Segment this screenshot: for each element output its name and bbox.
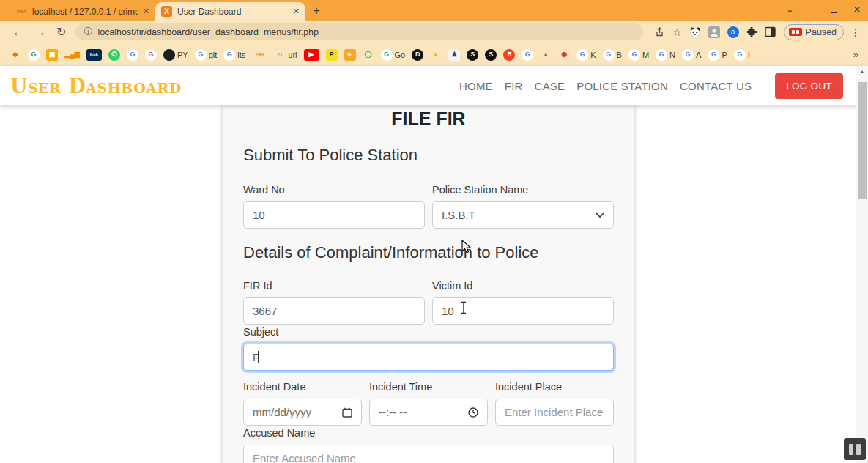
bookmark-ieee-icon[interactable]: IEEE: [86, 49, 102, 61]
panda-extension-icon[interactable]: [689, 26, 701, 38]
time-placeholder: --:-- --: [379, 406, 407, 418]
bookmark-github-icon[interactable]: PY: [163, 49, 188, 61]
scroll-up-icon[interactable]: ▲: [856, 66, 868, 76]
browser-tab-strip: PMA localhost / 127.0.0.1 / crime / acc …: [0, 0, 868, 21]
victim-id-label: Victim Id: [432, 280, 614, 292]
bookmark-google-p-icon[interactable]: GP: [708, 49, 727, 61]
nav-item-home[interactable]: HOME: [459, 80, 493, 92]
tab-phpmyadmin[interactable]: PMA localhost / 127.0.0.1 / crime / acc …: [10, 2, 155, 21]
calendar-icon[interactable]: [342, 407, 352, 418]
nav-item-police-station[interactable]: POLICE STATION: [576, 80, 668, 92]
tab-user-dashboard[interactable]: X User Dashboard ✕: [155, 2, 305, 21]
tab-close-icon[interactable]: ✕: [293, 7, 300, 16]
bookmark-google-its-icon[interactable]: Gits: [223, 49, 245, 61]
address-bar[interactable]: ⓘ localhost/fir/dashboard/user_dashboard…: [75, 23, 643, 40]
page-scrollbar[interactable]: ▲: [856, 66, 868, 463]
bookmark-duck-icon[interactable]: D: [412, 49, 423, 61]
bookmark-person-icon[interactable]: ♟: [448, 49, 460, 61]
incident-time-label: Incident Time: [369, 381, 488, 393]
site-info-icon[interactable]: ⓘ: [84, 26, 92, 38]
bookmark-analytics-icon[interactable]: ▂▄▆: [64, 49, 80, 61]
google-icon-1: G: [127, 49, 138, 61]
avatar-extension-icon[interactable]: [708, 26, 720, 38]
incident-place-input[interactable]: [495, 399, 614, 426]
bookmark-whatsapp-icon[interactable]: ✆: [108, 49, 120, 61]
minimize-button[interactable]: –: [809, 4, 815, 15]
scrollbar-thumb[interactable]: [858, 82, 867, 199]
forward-button[interactable]: →: [34, 26, 46, 39]
accused-name-input[interactable]: [243, 445, 614, 463]
google-git-icon: G: [195, 49, 207, 61]
bookmark-google-icon-3[interactable]: G: [522, 49, 533, 61]
bookmark-youtube-icon[interactable]: ▶: [304, 49, 319, 61]
bookmark-pma-icon[interactable]: PMA: [252, 49, 267, 61]
bookmark-google-git-icon[interactable]: Ggit: [195, 49, 218, 61]
extensions-puzzle-icon[interactable]: [746, 26, 757, 37]
bookmark-go-icon[interactable]: GGo: [381, 49, 406, 61]
bookmark-matlab-icon[interactable]: ▲: [540, 49, 552, 61]
bookmark-p-icon[interactable]: P: [326, 49, 338, 61]
tab-search-chevron-icon[interactable]: ⌄: [786, 4, 793, 15]
bookmark-url-icon[interactable]: ∩url: [274, 49, 297, 61]
browser-menu-icon[interactable]: ⋮: [850, 26, 861, 38]
google-m-icon: G: [628, 49, 640, 61]
nav-item-contact-us[interactable]: CONTACT US: [680, 80, 752, 92]
whatsapp-icon: ✆: [108, 49, 120, 61]
bookmark-triangle-icon[interactable]: ▲: [430, 49, 442, 61]
bookmark-s1-icon[interactable]: S: [467, 49, 478, 61]
bookmark-google-a-icon[interactable]: GA: [682, 49, 701, 61]
camera-icon: ▸: [344, 49, 356, 61]
bookmark-google-i-icon[interactable]: GI: [734, 49, 750, 61]
bookmark-google-n-icon[interactable]: GN: [656, 49, 675, 61]
reload-button[interactable]: ↻: [56, 25, 66, 39]
logout-button[interactable]: LOG OUT: [775, 73, 843, 99]
back-button[interactable]: ←: [12, 26, 24, 39]
maximize-button[interactable]: [831, 7, 837, 13]
bookmark-label: git: [209, 51, 218, 59]
bookmarks-overflow-icon[interactable]: »: [853, 49, 858, 60]
bookmark-star-icon[interactable]: ☆: [672, 26, 682, 38]
google-its-icon: G: [223, 49, 235, 61]
date-placeholder: mm/dd/yyyy: [253, 406, 311, 418]
bookmark-ring-icon[interactable]: ◯: [363, 49, 374, 61]
close-window-button[interactable]: ✕: [853, 4, 861, 15]
bookmark-google-icon-1[interactable]: G: [127, 49, 138, 61]
bookmark-colab-icon[interactable]: ◆: [10, 49, 21, 61]
bookmark-eye-icon[interactable]: ◉: [558, 49, 570, 61]
bookmark-google-k-icon[interactable]: GK: [576, 49, 596, 61]
incident-date-input[interactable]: mm/dd/yyyy: [243, 399, 362, 426]
bookmark-s2-icon[interactable]: S: [485, 49, 497, 61]
accused-name-label: Accused Name: [243, 427, 614, 439]
recorder-paused-button[interactable]: Paused: [784, 24, 844, 40]
google-b-icon: G: [603, 49, 615, 61]
a-extension-icon[interactable]: a: [727, 26, 739, 38]
bookmark-gfg-icon[interactable]: G: [28, 49, 40, 61]
tab-title: User Dashboard: [177, 7, 288, 17]
clock-icon[interactable]: [468, 407, 478, 418]
bookmark-yandex-icon[interactable]: Я: [503, 49, 515, 61]
bookmark-label: M: [642, 51, 649, 59]
bookmark-google-b-icon[interactable]: GB: [603, 49, 622, 61]
side-panel-icon[interactable]: [765, 26, 776, 37]
subject-input[interactable]: [243, 344, 614, 371]
new-tab-button[interactable]: +: [313, 4, 320, 18]
police-station-select[interactable]: I.S.B.T: [432, 201, 614, 229]
tab-close-icon[interactable]: ✕: [143, 7, 149, 16]
bookmark-google-m-icon[interactable]: GM: [628, 49, 649, 61]
bookmark-screener-icon[interactable]: ▣: [46, 49, 58, 61]
bookmark-camera-icon[interactable]: ▸: [344, 49, 356, 61]
bookmark-google-icon-2[interactable]: G: [145, 49, 157, 61]
site-header: User Dashboard HOMEFIRCASEPOLICE STATION…: [0, 66, 868, 105]
youtube-icon: ▶: [304, 49, 319, 61]
nav-item-case[interactable]: CASE: [535, 80, 565, 92]
bookmark-label: its: [237, 51, 245, 59]
yandex-icon: Я: [503, 49, 515, 61]
fir-id-input[interactable]: [243, 297, 425, 325]
nav-item-fir[interactable]: FIR: [505, 80, 523, 92]
bookmark-label: A: [696, 51, 701, 59]
recording-pause-button[interactable]: [844, 438, 866, 460]
ward-no-input[interactable]: [243, 201, 425, 229]
p-icon: P: [326, 49, 338, 61]
incident-time-input[interactable]: --:-- --: [369, 399, 488, 426]
share-icon[interactable]: [654, 26, 665, 37]
